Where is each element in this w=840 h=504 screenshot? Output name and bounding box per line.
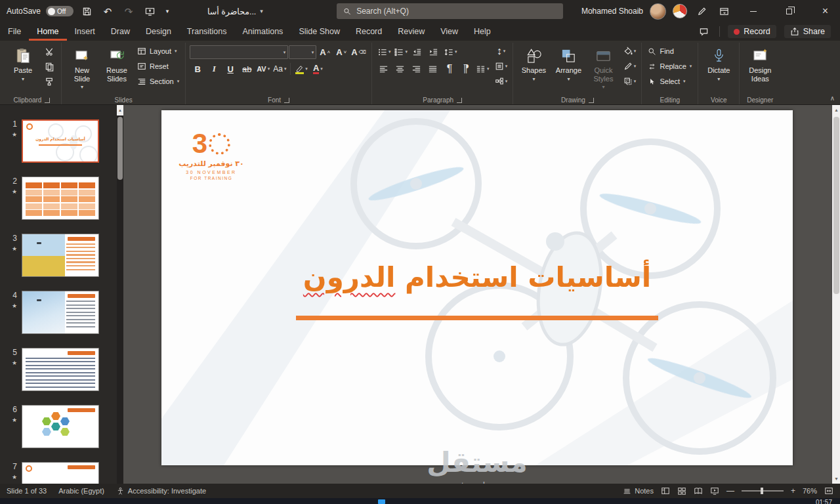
title-underline-bar[interactable]	[296, 316, 658, 320]
line-spacing-button[interactable]: ▾	[442, 45, 459, 59]
underline-button[interactable]: U	[222, 62, 238, 76]
text-highlight-button[interactable]: ▾	[293, 62, 309, 76]
share-button[interactable]: Share	[784, 25, 831, 38]
view-slide-sorter-button[interactable]	[677, 486, 686, 495]
justify-button[interactable]	[425, 62, 441, 76]
section-button[interactable]: Section ▾	[135, 74, 181, 89]
ink-pen-button[interactable]	[694, 3, 709, 19]
shape-outline-button[interactable]: ▾	[621, 59, 637, 74]
shrink-font-button[interactable]: A˅	[333, 45, 349, 59]
ribbon-display-options-button[interactable]	[716, 3, 732, 19]
bold-button[interactable]: B	[190, 62, 205, 76]
font-name-input[interactable]	[190, 45, 288, 59]
font-dialog-launcher[interactable]	[284, 98, 289, 103]
scroll-down-icon[interactable]: ▼	[832, 474, 840, 484]
dictate-button[interactable]: Dictate ▾	[702, 44, 735, 93]
view-slideshow-button[interactable]	[710, 486, 719, 495]
language-indicator[interactable]: Arabic (Egypt)	[58, 487, 104, 495]
change-case-button[interactable]: Aa▾	[272, 62, 287, 76]
align-text-button[interactable]: ▾	[493, 59, 509, 74]
bullets-button[interactable]: ▾	[376, 45, 392, 59]
tab-file[interactable]: File	[0, 22, 29, 41]
decrease-indent-button[interactable]	[410, 45, 425, 59]
tab-slide-show[interactable]: Slide Show	[291, 22, 348, 41]
grow-font-button[interactable]: A˄	[317, 45, 333, 59]
tab-transitions[interactable]: Transitions	[179, 22, 235, 41]
cut-button[interactable]	[41, 44, 57, 58]
tab-home[interactable]: Home	[29, 22, 66, 41]
increase-indent-button[interactable]	[426, 45, 442, 59]
new-slide-button[interactable]: New Slide ▾	[66, 44, 98, 93]
clear-formatting-button[interactable]: A⌫	[350, 45, 368, 59]
slide-thumbnail[interactable]	[22, 291, 99, 334]
shapes-button[interactable]: Shapes ▾	[517, 44, 550, 93]
scroll-up-icon[interactable]: ▲	[832, 105, 840, 115]
restore-button[interactable]	[774, 0, 804, 22]
tab-help[interactable]: Help	[466, 22, 499, 41]
paragraph-dialog-launcher[interactable]	[457, 98, 462, 103]
redo-button[interactable]: ↷	[121, 3, 136, 19]
layout-button[interactable]: Layout ▾	[135, 44, 181, 58]
panel-scrollbar[interactable]: ▲	[117, 105, 123, 484]
minimize-button[interactable]	[738, 0, 768, 22]
character-spacing-button[interactable]: AV▾	[255, 62, 271, 76]
ltr-direction-button[interactable]: ¶	[442, 62, 457, 76]
accessibility-status[interactable]: Accessibility: Investigate	[116, 487, 206, 495]
tab-view[interactable]: View	[432, 22, 466, 41]
fit-slide-button[interactable]	[824, 486, 833, 495]
quick-styles-button[interactable]: Quick Styles ▾	[587, 44, 620, 93]
drawing-dialog-launcher[interactable]	[589, 98, 594, 103]
undo-button[interactable]: ↶	[100, 3, 116, 19]
slide-thumbnail[interactable]	[22, 348, 99, 391]
font-name-combo[interactable]: ▾	[190, 45, 288, 59]
search-input[interactable]	[356, 7, 556, 16]
tab-review[interactable]: Review	[390, 22, 432, 41]
font-color-button[interactable]: A▾	[310, 62, 326, 76]
replace-button[interactable]: Replace ▾	[646, 59, 694, 74]
align-center-button[interactable]	[392, 62, 408, 76]
tab-record[interactable]: Record	[348, 22, 390, 41]
align-right-button[interactable]	[409, 62, 425, 76]
collapse-ribbon-button[interactable]: ∧	[830, 95, 835, 102]
view-normal-button[interactable]	[661, 486, 670, 495]
notes-button[interactable]: Notes	[623, 487, 654, 495]
slide-indicator[interactable]: Slide 1 of 33	[7, 487, 47, 495]
record-button[interactable]: Record	[728, 25, 776, 38]
reuse-slides-button[interactable]: Reuse Slides	[100, 44, 133, 93]
design-ideas-button[interactable]: Design Ideas	[744, 44, 776, 93]
document-title[interactable]: محاضرة أسا... ▾	[207, 7, 263, 16]
workspace-scrollbar[interactable]: ▲ ▼	[831, 105, 840, 484]
tab-design[interactable]: Design	[138, 22, 179, 41]
format-painter-button[interactable]	[41, 74, 57, 89]
zoom-in-button[interactable]: +	[791, 487, 795, 495]
scrollbar-thumb[interactable]	[833, 117, 839, 294]
slide-thumbnail[interactable]	[22, 177, 99, 220]
slide-thumbnail[interactable]: أساسيات استخدام الدرون	[22, 119, 99, 163]
arrange-button[interactable]: Arrange ▾	[552, 44, 585, 93]
zoom-slider[interactable]	[742, 490, 784, 492]
shape-effects-button[interactable]: ▾	[621, 74, 637, 89]
shape-fill-button[interactable]: ▾	[621, 44, 637, 58]
find-button[interactable]: Find	[646, 44, 694, 58]
slide-thumbnail[interactable]	[22, 234, 99, 277]
paste-button[interactable]: Paste ▾	[7, 44, 39, 93]
italic-button[interactable]: I	[206, 62, 222, 76]
taskbar-app-icon[interactable]	[378, 499, 385, 504]
search-box[interactable]	[337, 3, 563, 19]
align-left-button[interactable]	[376, 62, 392, 76]
autosave-toggle[interactable]: Off	[46, 6, 74, 16]
tab-draw[interactable]: Draw	[103, 22, 138, 41]
present-button[interactable]	[142, 3, 158, 19]
copy-button[interactable]	[41, 59, 57, 74]
numbering-button[interactable]: ▾	[392, 45, 409, 59]
slide-title[interactable]: أساسيات استخدام الدرون	[161, 261, 793, 293]
zoom-level[interactable]: 76%	[803, 487, 817, 495]
slide-thumbnail[interactable]	[22, 462, 99, 484]
zoom-out-button[interactable]: —	[726, 487, 734, 495]
columns-button[interactable]: ▾	[474, 62, 491, 76]
scrollbar-thumb[interactable]	[117, 117, 123, 180]
font-size-combo[interactable]: ▾	[289, 45, 316, 59]
strikethrough-button[interactable]: ab	[239, 62, 255, 76]
scroll-up-icon[interactable]: ▲	[117, 105, 123, 116]
select-button[interactable]: Select ▾	[646, 74, 694, 89]
